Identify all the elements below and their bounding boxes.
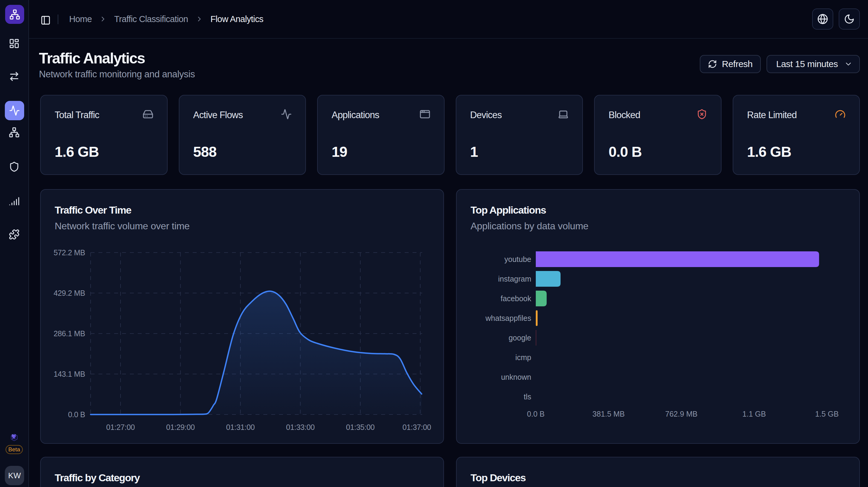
svg-text:572.2 MB: 572.2 MB	[54, 248, 85, 257]
svg-text:tls: tls	[524, 392, 531, 401]
svg-text:143.1 MB: 143.1 MB	[54, 370, 85, 378]
svg-text:unknown: unknown	[501, 373, 531, 381]
svg-text:instagram: instagram	[498, 275, 531, 283]
svg-text:01:33:00: 01:33:00	[286, 423, 315, 431]
svg-text:01:29:00: 01:29:00	[166, 423, 195, 431]
svg-text:youtube: youtube	[504, 255, 531, 264]
svg-text:286.1 MB: 286.1 MB	[54, 329, 85, 338]
svg-text:google: google	[508, 334, 531, 342]
svg-text:0.0 B: 0.0 B	[68, 410, 85, 419]
svg-text:1.5 GB: 1.5 GB	[815, 410, 839, 418]
svg-text:whatsappfiles: whatsappfiles	[485, 314, 531, 322]
svg-text:facebook: facebook	[501, 294, 532, 303]
svg-text:381.5 MB: 381.5 MB	[592, 410, 625, 418]
svg-text:icmp: icmp	[515, 353, 531, 362]
svg-text:1.1 GB: 1.1 GB	[742, 410, 766, 418]
svg-text:01:35:00: 01:35:00	[346, 423, 375, 431]
svg-text:0.0 B: 0.0 B	[527, 410, 545, 418]
svg-text:01:31:00: 01:31:00	[226, 423, 255, 431]
svg-text:429.2 MB: 429.2 MB	[54, 289, 85, 297]
svg-text:762.9 MB: 762.9 MB	[665, 410, 698, 418]
svg-text:01:37:00: 01:37:00	[403, 423, 431, 431]
svg-text:01:27:00: 01:27:00	[106, 423, 135, 431]
